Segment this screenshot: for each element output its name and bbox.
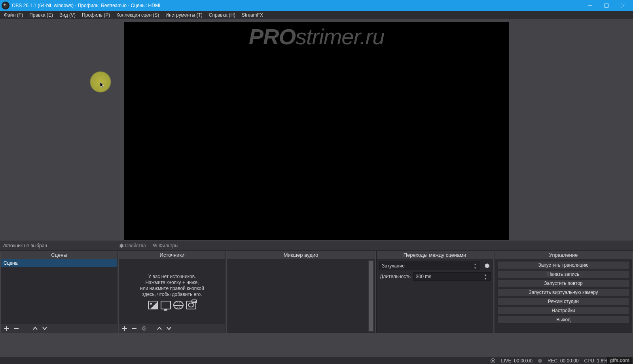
menu-help[interactable]: Справка (H) — [206, 11, 239, 19]
controls-body: Запустить трансляцию Начать запись Запус… — [495, 259, 632, 333]
start-virtualcam-button[interactable]: Запустить виртуальную камеру — [497, 288, 629, 296]
transition-settings-button[interactable] — [483, 262, 491, 270]
dock-controls: Управление Запустить трансляцию Начать з… — [495, 251, 632, 333]
menu-file[interactable]: Файл (F) — [1, 11, 26, 19]
sources-list[interactable]: У вас нет источников. Нажмите кнопку + н… — [119, 259, 225, 324]
status-rec: REC: 00:00:00 — [548, 358, 579, 364]
window-title: OBS 26.1.1 (64-bit, windows) - Профиль: … — [12, 3, 582, 8]
svg-rect-1 — [605, 4, 608, 8]
cursor-highlight — [90, 71, 111, 93]
sources-empty-message: У вас нет источников. Нажмите кнопку + н… — [119, 259, 225, 324]
transition-duration-label: Длительность — [379, 274, 411, 279]
menubar: Файл (F) Правка (E) Вид (V) Профиль (P) … — [0, 11, 633, 19]
dock-sources-header[interactable]: Источники — [119, 251, 225, 259]
dock-scenes: Сцены Сцена — [1, 251, 118, 333]
source-toolbar: Источник не выбран Свойства Фильтры — [0, 241, 633, 251]
sources-empty-icons — [148, 301, 196, 309]
close-button[interactable] — [615, 0, 631, 11]
dock-mixer: Микшер аудио — [227, 251, 375, 333]
cursor-icon — [100, 82, 105, 88]
gifs-watermark: gifs.com — [607, 357, 632, 364]
titlebar: OBS 26.1.1 (64-bit, windows) - Профиль: … — [0, 0, 633, 11]
dock-controls-header[interactable]: Управление — [495, 251, 632, 259]
rec-indicator-icon — [538, 359, 542, 363]
sources-footer — [119, 324, 225, 333]
source-add-button[interactable] — [121, 325, 128, 332]
start-replay-button[interactable]: Запустить повтор — [497, 279, 629, 287]
status-bar: LIVE: 00:00:00 REC: 00:00:00 CPU: 1.8%, … — [0, 357, 633, 364]
source-up-button[interactable] — [156, 325, 163, 332]
preview-watermark: PROstrimer.ru — [124, 24, 509, 49]
menu-tools[interactable]: Инструменты (T) — [162, 11, 205, 19]
docks-row: Сцены Сцена Источники У вас нет источник… — [0, 251, 633, 334]
status-live: LIVE: 00:00:00 — [501, 358, 532, 364]
dock-sources: Источники У вас нет источников. Нажмите … — [119, 251, 226, 333]
source-settings-button[interactable] — [140, 325, 147, 332]
spinner-icon[interactable]: ▲▼ — [483, 273, 488, 281]
start-stream-button[interactable]: Запустить трансляцию — [497, 261, 629, 269]
scene-down-button[interactable] — [42, 325, 48, 332]
camera-icon — [186, 301, 196, 309]
scene-up-button[interactable] — [32, 325, 38, 332]
chevron-down-icon: ▲▼ — [473, 262, 478, 270]
menu-profile[interactable]: Профиль (P) — [79, 11, 113, 19]
source-toolbar-label: Источник не выбран — [2, 243, 47, 248]
source-remove-button[interactable] — [131, 325, 137, 332]
minimize-button[interactable] — [582, 0, 598, 11]
dock-transitions-header[interactable]: Переходы между сценами — [377, 251, 493, 259]
scenes-list[interactable]: Сцена — [1, 259, 117, 324]
scenes-footer — [1, 324, 117, 333]
mixer-scrollbar[interactable] — [368, 260, 374, 332]
image-icon — [148, 301, 158, 309]
scene-item[interactable]: Сцена — [1, 259, 117, 267]
exit-button[interactable]: Выход — [497, 316, 629, 324]
menu-streamfx[interactable]: StreamFX — [239, 11, 266, 19]
source-down-button[interactable] — [166, 325, 172, 332]
scene-add-button[interactable] — [4, 325, 10, 332]
mixer-body[interactable] — [227, 259, 375, 333]
dock-mixer-header[interactable]: Микшер аудио — [227, 251, 375, 259]
scene-remove-button[interactable] — [13, 325, 19, 332]
properties-button[interactable]: Свойства — [116, 242, 148, 249]
dock-transitions: Переходы между сценами Затухание ▲▼ Длит… — [376, 251, 493, 333]
maximize-button[interactable] — [598, 0, 615, 11]
transition-duration-input[interactable]: 300 ms ▲▼ — [413, 272, 491, 281]
transition-select[interactable]: Затухание ▲▼ — [379, 262, 480, 270]
globe-icon — [173, 301, 184, 309]
studio-mode-button[interactable]: Режим студии — [497, 298, 629, 305]
menu-scenes[interactable]: Коллекция сцен (S) — [113, 11, 162, 19]
app-icon — [2, 2, 9, 9]
settings-button[interactable]: Настройки — [497, 307, 629, 315]
filters-button[interactable]: Фильтры — [150, 242, 181, 249]
menu-edit[interactable]: Правка (E) — [26, 11, 56, 19]
monitor-icon — [161, 301, 171, 309]
dock-scenes-header[interactable]: Сцены — [1, 251, 117, 259]
live-indicator-icon — [491, 358, 495, 363]
preview-canvas[interactable]: PROstrimer.ru — [124, 22, 509, 240]
preview-area: PROstrimer.ru — [0, 19, 633, 241]
transitions-body: Затухание ▲▼ Длительность 300 ms ▲▼ — [377, 259, 493, 333]
start-record-button[interactable]: Начать запись — [497, 270, 629, 278]
menu-view[interactable]: Вид (V) — [56, 11, 79, 19]
